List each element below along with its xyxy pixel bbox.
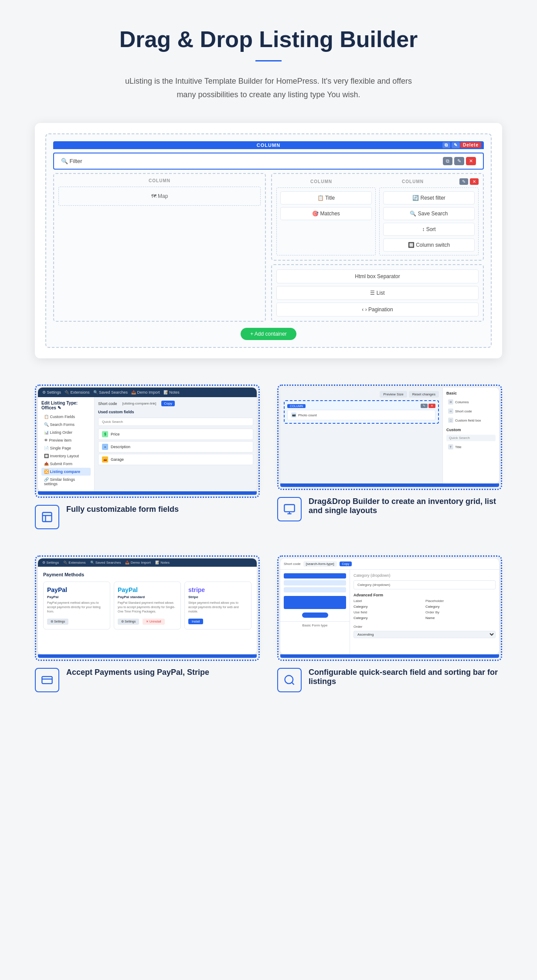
ss-sidebar-preview-item[interactable]: 👁 Preview item <box>41 436 91 444</box>
ss-topbar-item-1: ⚙ Settings <box>42 390 61 395</box>
topbar-settings[interactable]: ⚙ Settings <box>42 561 59 565</box>
desc-icon: ≡ <box>102 444 108 450</box>
left-column: COLUMN 🗺 Map <box>53 173 266 322</box>
svg-line-9 <box>292 683 294 685</box>
ss-topbar-item-2: 🔌 Extensions <box>65 390 90 395</box>
bottom-widgets: Html box Separator ☰ List ‹ › Pagination <box>271 264 484 322</box>
feature-2-text: Drag&Drop Builder to create an inventory… <box>309 497 502 517</box>
accent-bar-1 <box>38 491 257 495</box>
shortcode-icon: ‹› <box>448 408 453 414</box>
filter-delete-icon[interactable]: ✕ <box>466 157 476 165</box>
use-field-value: Category <box>353 616 424 620</box>
edit-icon[interactable]: ✎ <box>452 142 460 148</box>
price-icon: 💲 <box>102 431 108 437</box>
form-label-label: Label <box>353 599 424 603</box>
ss-sidebar: Edit Listing Type: Offices ✎ 📋 Custom Fi… <box>38 397 95 491</box>
right-edit-icon[interactable]: ✎ <box>459 178 468 185</box>
dnd-layout: Preview Size Reset changes COLUMN ✎ ✕ <box>280 388 499 483</box>
payment-content: Payment Methods PayPal PayPal PayPal pay… <box>38 567 257 654</box>
order-label: Order <box>353 625 362 629</box>
ss-sidebar-inventory[interactable]: 🔲 Inventory Layout <box>41 452 91 460</box>
filter-edit-icon[interactable]: ✎ <box>454 157 464 165</box>
columns-grid: COLUMN 🗺 Map COLUMN COLUMN ✎ ✕ <box>53 173 484 322</box>
feature-3-text: Accept Payments using PayPal, Stripe <box>66 668 209 679</box>
form-fields-icon <box>35 505 59 529</box>
copy-icon[interactable]: ⧉ <box>442 142 450 148</box>
topbar-extensions[interactable]: 🔌 Extensions <box>63 561 85 565</box>
stripe-install-btn[interactable]: Install <box>188 619 203 624</box>
dnd-col-edit[interactable]: ✎ <box>421 404 428 408</box>
price-label: Price <box>111 432 120 436</box>
ss-sidebar-submit[interactable]: 📤 Submit Form <box>41 460 91 468</box>
builder-card: COLUMN ⧉ ✎ Delete 🔍 Filter ⧉ ✎ ✕ <box>35 123 502 358</box>
ss-sidebar-single-page[interactable]: 📄 Single Page <box>41 444 91 452</box>
filter-copy-icon[interactable]: ⧉ <box>443 157 452 165</box>
edit-listing-screenshot: ⚙ Settings 🔌 Extensions 🔍 Saved Searches… <box>38 388 257 491</box>
copy-badge[interactable]: Copy <box>161 401 175 406</box>
top-column-actions: ⧉ ✎ <box>442 142 460 148</box>
page-title: Drag & Drop Listing Builder <box>35 26 502 52</box>
search-shortcode-value: [search-form-type] <box>303 561 337 567</box>
ss-sidebar-listing-compare[interactable]: 🔀 Listing compare <box>41 468 91 476</box>
custom-fields-title: Used custom fields <box>98 410 253 414</box>
right-column-inner: COLUMN COLUMN ✎ ✕ 📋 Title 🎯 Matches <box>271 173 484 261</box>
form-label-value: Category <box>353 605 424 609</box>
list-widget: ☰ List <box>276 286 479 300</box>
topbar-notes[interactable]: 📝 Notes <box>155 561 170 565</box>
dnd-col-delete[interactable]: ✕ <box>428 404 435 408</box>
feature-4-screenshot: Short code [search-form-type] Copy <box>277 555 502 661</box>
dnd-main: Preview Size Reset changes COLUMN ✎ ✕ <box>280 388 442 483</box>
feature-4-title: Configurable quick-search field and sort… <box>309 668 502 686</box>
order-select[interactable]: Ascending Descending <box>353 631 496 638</box>
feature-3-title: Accept Payments using PayPal, Stripe <box>66 668 209 677</box>
stripe-desc: Stripe payment method allows you to acce… <box>188 601 248 613</box>
sub-columns: 📋 Title 🎯 Matches 🔄 Reset filter 🔍 Save … <box>276 187 479 255</box>
field-garage: 🚗 Garage <box>98 454 253 465</box>
search-top-bar: Short code [search-form-type] Copy <box>280 558 499 570</box>
placeholder-label: Placeholder <box>425 599 496 603</box>
reset-changes-btn[interactable]: Reset changes <box>409 391 439 398</box>
ss-sidebar-similar[interactable]: 🔗 Similar listings settings <box>41 476 91 488</box>
paypal-standard-desc: PayPal Standard payment method allows yo… <box>118 601 177 613</box>
right-col-2-label: COLUMN <box>368 179 458 184</box>
dnd-col-actions: ✎ ✕ <box>421 404 435 408</box>
ss-sidebar-custom-fields[interactable]: 📋 Custom Fields <box>41 413 91 421</box>
sort-widget: ↕ Sort <box>383 223 475 236</box>
ss-sidebar-search-forms[interactable]: 🔍 Search Forms <box>41 421 91 429</box>
dnd-right-panel: Basic ⧈ Columns ‹› Short code □ <box>442 388 499 483</box>
paypal-uninstall-btn[interactable]: ✕ Uninstall <box>143 619 165 625</box>
topbar-demo-import[interactable]: 📥 Demo Import <box>125 561 150 565</box>
use-field-grid: Use field Order By Category Name <box>353 610 496 620</box>
features-row-1: ⚙ Settings 🔌 Extensions 🔍 Saved Searches… <box>35 385 502 529</box>
add-container-button[interactable]: + Add container <box>241 328 296 340</box>
form-grid: Label Placeholder Category Category <box>353 599 496 609</box>
title-widget: 📋 Title <box>280 191 372 204</box>
right-col-1-label: COLUMN <box>276 179 366 184</box>
builder-top-column: COLUMN ⧉ ✎ Delete <box>53 141 484 149</box>
right-delete-icon[interactable]: ✕ <box>470 178 479 185</box>
ss-topbar-item-4: 📥 Demo Import <box>131 390 160 395</box>
html-separator: Html box Separator <box>276 269 479 283</box>
visual-bar-3 <box>284 587 346 592</box>
quick-search-input[interactable] <box>98 418 253 426</box>
title-item-label: Title <box>455 445 462 449</box>
delete-button[interactable]: Delete <box>460 142 481 148</box>
paypal-std-settings-btn[interactable]: ⚙ Settings <box>118 619 139 625</box>
paypal-card: PayPal PayPal PayPal payment method allo… <box>43 582 110 629</box>
title-divider <box>255 60 282 61</box>
map-widget: 🗺 Map <box>58 187 261 206</box>
paypal-settings-btn[interactable]: ⚙ Settings <box>47 619 68 625</box>
stripe-logo: stripe <box>188 586 248 593</box>
dnd-icon <box>277 497 302 521</box>
search-copy-btn[interactable]: Copy <box>340 561 352 566</box>
builder-inner: COLUMN ⧉ ✎ Delete 🔍 Filter ⧉ ✎ ✕ <box>45 133 492 348</box>
preview-size-btn[interactable]: Preview Size <box>380 391 407 398</box>
ss-sidebar-listing-order[interactable]: 📊 Listing Order <box>41 429 91 436</box>
topbar-saved-searches[interactable]: 🔍 Saved Searches <box>90 561 121 565</box>
feature-3-desc: Accept Payments using PayPal, Stripe <box>35 668 260 692</box>
field-description: ≡ Description <box>98 441 253 453</box>
accent-bar-3 <box>38 654 257 658</box>
advanced-form-label: Advanced Form <box>353 593 496 597</box>
visual-form-block <box>284 596 346 609</box>
dnd-title-item: T Title <box>446 443 496 451</box>
